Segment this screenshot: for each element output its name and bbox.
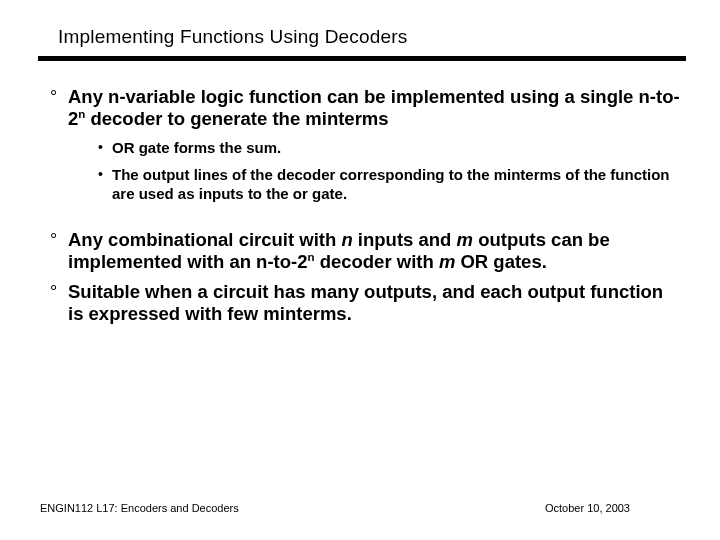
italic-m: m: [457, 229, 473, 250]
degree-bullet-icon: °: [50, 86, 68, 130]
spacer: [50, 203, 680, 221]
text-run: decoder with: [315, 251, 439, 272]
text-run: inputs and: [353, 229, 457, 250]
italic-m: m: [439, 251, 455, 272]
slide-title: Implementing Functions Using Decoders: [58, 26, 408, 48]
footer-right: October 10, 2003: [545, 502, 630, 514]
degree-bullet-icon: °: [50, 229, 68, 273]
bullet-3: ° Suitable when a circuit has many outpu…: [50, 281, 680, 325]
bullet-1b-text: The output lines of the decoder correspo…: [112, 165, 672, 203]
superscript: n: [307, 251, 314, 263]
bullet-1-text: Any n-variable logic function can be imp…: [68, 86, 680, 130]
footer-left: ENGIN112 L17: Encoders and Decoders: [40, 502, 239, 514]
title-rule: [38, 56, 686, 61]
dot-bullet-icon: •: [98, 138, 112, 157]
bullet-3-text: Suitable when a circuit has many outputs…: [68, 281, 680, 325]
text-run: decoder to generate the minterms: [85, 108, 388, 129]
bullet-1: ° Any n-variable logic function can be i…: [50, 86, 680, 130]
degree-bullet-icon: °: [50, 281, 68, 325]
bullet-2-text: Any combinational circuit with n inputs …: [68, 229, 680, 273]
bullet-1a-text: OR gate forms the sum.: [112, 138, 281, 157]
text-run: Any combinational circuit with: [68, 229, 341, 250]
slide: Implementing Functions Using Decoders ° …: [0, 0, 720, 540]
bullet-2: ° Any combinational circuit with n input…: [50, 229, 680, 273]
bullet-1b: • The output lines of the decoder corres…: [98, 165, 680, 203]
italic-n: n: [341, 229, 352, 250]
content-area: ° Any n-variable logic function can be i…: [50, 78, 680, 329]
bullet-1a: • OR gate forms the sum.: [98, 138, 680, 157]
text-run: OR gates.: [455, 251, 547, 272]
dot-bullet-icon: •: [98, 165, 112, 203]
